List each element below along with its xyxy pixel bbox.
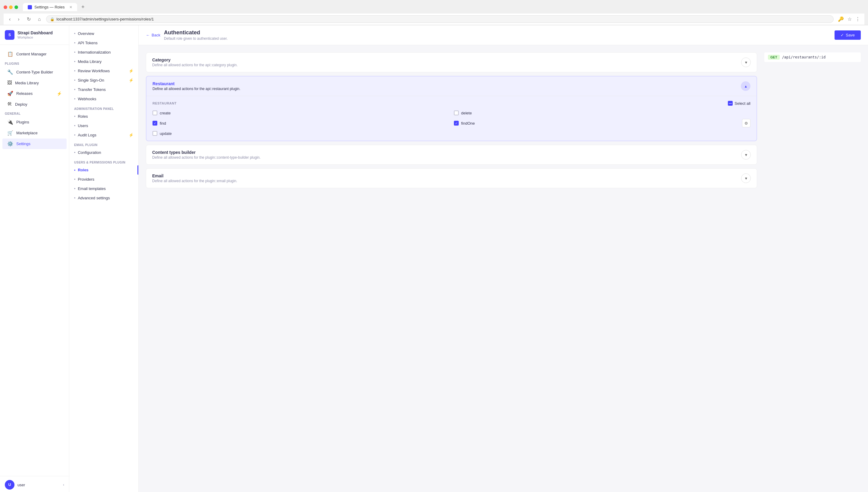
routes-panel: GET /api/restaurants/:id <box>764 52 861 486</box>
sidebar-item-releases[interactable]: 🚀 Releases ⚡ <box>2 88 67 99</box>
sidebar-item-content-manager[interactable]: 📋 Content Manager <box>2 49 67 59</box>
tab-close-button[interactable]: ✕ <box>69 5 72 9</box>
app-container: S Strapi Dashboard Workplace 📋 Content M… <box>0 25 868 492</box>
marketplace-icon: 🛒 <box>7 130 13 136</box>
plugins-section-label: PLUGINS <box>0 59 69 67</box>
user-avatar[interactable]: U <box>5 480 15 490</box>
address-bar[interactable]: 🔒 localhost:1337/admin/settings/users-pe… <box>46 15 834 23</box>
sidebar-item-label: Marketplace <box>16 131 38 135</box>
route-item: GET /api/restaurants/:id <box>764 52 861 62</box>
sidebar-nav: 📋 Content Manager PLUGINS 🔧 Content-Type… <box>0 45 69 476</box>
settings-nav-users[interactable]: Users <box>69 121 138 130</box>
sidebar-item-label: Settings <box>16 142 30 146</box>
sidebar-item-media-library[interactable]: 🖼 Media Library <box>2 78 67 88</box>
back-arrow-icon: ← <box>146 33 150 37</box>
user-name: user <box>18 483 25 487</box>
sidebar-item-marketplace[interactable]: 🛒 Marketplace <box>2 128 67 138</box>
settings-nav-panel: Overview API Tokens Internationalization… <box>69 25 139 492</box>
home-button[interactable]: ⌂ <box>36 16 43 23</box>
content-types-builder-toggle-button[interactable]: ▾ <box>741 150 751 159</box>
media-library-icon: 🖼 <box>7 80 12 85</box>
settings-nav-overview[interactable]: Overview <box>69 29 138 38</box>
permission-find: find <box>153 119 449 127</box>
traffic-light-red[interactable] <box>4 5 7 9</box>
extensions-button[interactable]: 🔑 <box>837 16 844 23</box>
restaurant-card-body: RESTAURANT Select all create <box>146 96 756 141</box>
settings-nav-email-templates[interactable]: Email templates <box>69 184 138 193</box>
settings-nav-media-library[interactable]: Media Library <box>69 57 138 66</box>
restaurant-card-header[interactable]: Restaurant Define all allowed actions fo… <box>146 76 756 96</box>
settings-nav-advanced-settings[interactable]: Advanced settings <box>69 193 138 203</box>
settings-nav-configuration[interactable]: Configuration <box>69 148 138 157</box>
sidebar-item-content-type-builder[interactable]: 🔧 Content-Type Builder <box>2 67 67 77</box>
back-navigation-button[interactable]: ‹ <box>7 16 13 23</box>
plugins-icon: 🔌 <box>7 119 13 125</box>
sso-badge: ⚡ <box>129 78 134 82</box>
create-label: create <box>160 111 170 115</box>
category-card-header[interactable]: Category Define all allowed actions for … <box>146 53 757 72</box>
releases-icon: 🚀 <box>7 91 13 96</box>
settings-nav-api-tokens[interactable]: API Tokens <box>69 38 138 48</box>
category-card-title: Category <box>152 57 238 62</box>
permissions-panel: Category Define all allowed actions for … <box>146 52 757 486</box>
settings-nav-providers[interactable]: Providers <box>69 175 138 184</box>
sidebar-item-label: Content-Type Builder <box>16 70 53 74</box>
back-label: Back <box>151 33 160 37</box>
restaurant-toggle-button[interactable]: ▴ <box>741 81 750 91</box>
sidebar-collapse-button[interactable]: ‹ <box>63 483 64 487</box>
restaurant-section-label: RESTAURANT <box>153 101 725 105</box>
save-button[interactable]: ✓ Save <box>835 30 861 40</box>
new-tab-button[interactable]: + <box>79 3 87 11</box>
sidebar-item-plugins[interactable]: 🔌 Plugins <box>2 117 67 127</box>
permission-delete: delete <box>454 110 750 115</box>
sidebar-item-deploy[interactable]: 🛠 Deploy <box>2 99 67 109</box>
settings-nav-single-sign-on[interactable]: Single Sign-On ⚡ <box>69 76 138 85</box>
findone-checkbox[interactable] <box>454 121 459 126</box>
content-types-builder-card-desc: Define all allowed actions for the plugi… <box>152 155 261 159</box>
sidebar-item-settings[interactable]: ⚙️ Settings <box>2 139 67 149</box>
content-types-builder-card-header[interactable]: Content types builder Define all allowed… <box>146 145 757 165</box>
active-tab[interactable]: Settings — Roles ✕ <box>23 3 77 11</box>
menu-button[interactable]: ⋮ <box>855 16 861 23</box>
update-checkbox[interactable] <box>153 131 157 136</box>
settings-nav-review-workflows[interactable]: Review Workflows ⚡ <box>69 66 138 76</box>
settings-nav-up-roles[interactable]: Roles <box>69 165 138 175</box>
content-type-builder-icon: 🔧 <box>7 69 13 75</box>
review-workflows-badge: ⚡ <box>129 69 134 73</box>
email-card-header[interactable]: Email Define all allowed actions for the… <box>146 169 757 188</box>
content-types-builder-card-title: Content types builder <box>152 150 261 155</box>
select-all-checkbox[interactable]: Select all <box>728 101 750 106</box>
content-types-builder-card: Content types builder Define all allowed… <box>146 145 757 165</box>
tab-favicon <box>28 5 32 9</box>
bookmark-button[interactable]: ☆ <box>847 16 852 23</box>
create-checkbox[interactable] <box>153 110 157 115</box>
email-toggle-button[interactable]: ▾ <box>741 173 751 183</box>
forward-navigation-button[interactable]: › <box>16 16 21 23</box>
settings-nav-roles[interactable]: Roles <box>69 112 138 121</box>
category-toggle-button[interactable]: ▾ <box>741 57 751 67</box>
lock-icon: 🔒 <box>50 17 54 21</box>
settings-nav-audit-logs[interactable]: Audit Logs ⚡ <box>69 130 138 140</box>
url-text: localhost:1337/admin/settings/users-perm… <box>56 17 154 21</box>
settings-nav-transfer-tokens[interactable]: Transfer Tokens <box>69 85 138 94</box>
back-button[interactable]: ← Back <box>146 33 160 37</box>
content-body: Category Define all allowed actions for … <box>139 45 868 492</box>
update-label: update <box>160 131 172 136</box>
page-subtitle: Default role given to authenticated user… <box>164 36 228 41</box>
settings-nav-internationalization[interactable]: Internationalization <box>69 48 138 57</box>
sidebar-item-label: Content Manager <box>16 52 46 56</box>
traffic-light-green[interactable] <box>15 5 18 9</box>
delete-label: delete <box>461 111 472 115</box>
find-label: find <box>160 121 166 126</box>
admin-panel-section-label: ADMINISTRATION PANEL <box>69 104 138 112</box>
reload-button[interactable]: ↻ <box>25 16 32 23</box>
findone-gear-button[interactable]: ⚙ <box>742 119 750 127</box>
settings-nav-webhooks[interactable]: Webhooks <box>69 94 138 104</box>
find-checkbox[interactable] <box>153 121 157 126</box>
sidebar-item-label: Media Library <box>15 81 39 85</box>
page-title: Authenticated <box>164 29 228 36</box>
sidebar-footer: U user ‹ <box>0 476 69 492</box>
traffic-light-yellow[interactable] <box>9 5 13 9</box>
delete-checkbox[interactable] <box>454 110 459 115</box>
restaurant-card-title: Restaurant <box>153 81 240 86</box>
